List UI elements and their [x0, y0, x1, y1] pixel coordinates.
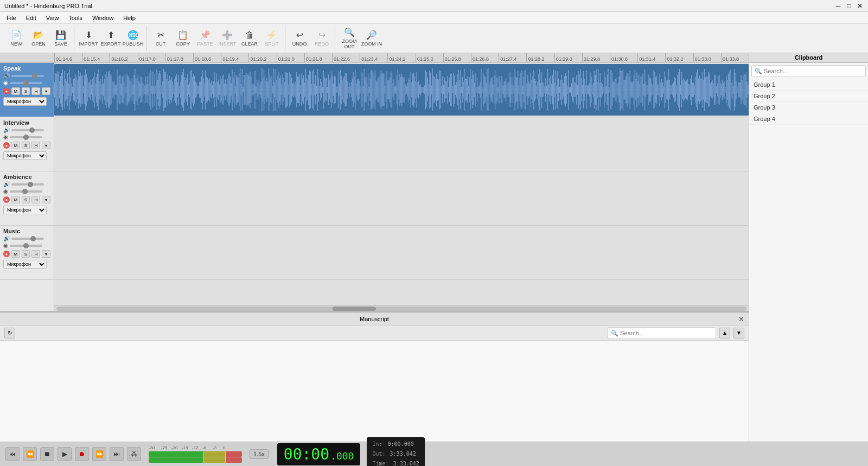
more-btn-music[interactable]: ▾: [42, 250, 50, 258]
headphone-btn-speak[interactable]: H: [31, 87, 40, 95]
mute-btn-interview[interactable]: M: [11, 142, 20, 149]
mute-btn-ambience[interactable]: M: [11, 196, 20, 203]
undo-button[interactable]: ↩ UNDO: [289, 26, 310, 51]
solo-btn-interview[interactable]: S: [22, 142, 30, 149]
mute-btn-speak[interactable]: M: [11, 87, 20, 95]
menu-file[interactable]: File: [2, 14, 21, 22]
play-button[interactable]: ▶: [58, 447, 72, 461]
tracks-left-panel: Speak 🔊 ◉ ● M S H: [0, 63, 54, 311]
waveform-row-interview[interactable]: [54, 117, 749, 171]
pan-slider-speak[interactable]: [10, 82, 42, 84]
export-button[interactable]: ⬆ EXPORT: [100, 26, 122, 51]
pan-slider-ambience[interactable]: [10, 190, 42, 193]
record-btn-ambience[interactable]: ●: [3, 196, 10, 203]
ruler-tick-1: 01:15.4: [82, 53, 110, 62]
more-btn-interview[interactable]: ▾: [42, 142, 50, 149]
volume-slider-interview[interactable]: [11, 129, 44, 131]
rewind-button[interactable]: ⏪: [23, 447, 37, 461]
minimize-button[interactable]: ─: [834, 2, 842, 10]
volume-slider-music[interactable]: [11, 238, 44, 240]
menu-tools[interactable]: Tools: [64, 14, 87, 22]
save-button[interactable]: 💾 SAVE: [50, 26, 72, 51]
menu-edit[interactable]: Edit: [22, 14, 41, 22]
volume-slider-speak[interactable]: [11, 75, 44, 77]
tracks-and-waveforms: Speak 🔊 ◉ ● M S H: [0, 63, 749, 311]
maximize-button[interactable]: □: [845, 2, 853, 10]
record-btn-interview[interactable]: ●: [3, 142, 10, 149]
device-select-ambience[interactable]: Микрофон: [3, 206, 47, 214]
volume-slider-ambience[interactable]: [11, 183, 44, 186]
ruler-tick-3: 01:17.0: [138, 53, 165, 62]
volume-icon-music: 🔊: [3, 235, 10, 241]
track-header-interview: Interview 🔊 ◉ ● M S: [0, 117, 54, 171]
cut-button[interactable]: ✂ CUT: [150, 26, 171, 51]
loop-button[interactable]: ⁂: [127, 447, 141, 461]
device-select-interview[interactable]: Микрофон: [3, 151, 47, 160]
close-button[interactable]: ✕: [856, 2, 864, 10]
mute-btn-music[interactable]: M: [11, 250, 20, 258]
headphone-btn-ambience[interactable]: H: [31, 196, 40, 203]
record-btn-speak[interactable]: ●: [3, 88, 10, 94]
more-btn-ambience[interactable]: ▾: [42, 196, 50, 203]
clipboard-group-2[interactable]: Group 2: [749, 91, 868, 102]
pan-icon-speak: ◉: [3, 80, 8, 86]
open-button[interactable]: 📂 OPEN: [28, 26, 49, 51]
manuscript-search-input[interactable]: [608, 327, 716, 339]
ruler-tick-5: 01:18.6: [193, 53, 221, 62]
clipboard-group-1[interactable]: Group 1: [749, 79, 868, 91]
record-btn-music[interactable]: ●: [3, 251, 10, 257]
split-button[interactable]: ⚡ SPLIT: [261, 26, 283, 51]
pan-slider-music[interactable]: [10, 245, 42, 247]
ruler-tick-17: 01:28.2: [526, 53, 554, 62]
import-button[interactable]: ⬇ IMPORT: [78, 26, 99, 51]
device-select-music[interactable]: Микрофон: [3, 260, 47, 269]
toolbar-group-file: 📄 NEW 📂 OPEN 💾 SAVE: [3, 26, 74, 51]
menu-view[interactable]: View: [42, 14, 63, 22]
horizontal-scrollbar[interactable]: [54, 305, 749, 311]
headphone-btn-interview[interactable]: H: [31, 142, 40, 149]
menu-window[interactable]: Window: [88, 14, 118, 22]
clipboard-group-3[interactable]: Group 3: [749, 102, 868, 113]
manuscript-nav-down-button[interactable]: ▼: [733, 328, 744, 339]
scrollbar-thumb[interactable]: [333, 307, 376, 311]
paste-button[interactable]: 📌 PASTE: [194, 26, 216, 51]
headphone-btn-music[interactable]: H: [31, 250, 40, 258]
ruler-tick-6: 01:19.4: [221, 53, 248, 62]
track-name-interview: Interview: [3, 119, 50, 126]
insert-button[interactable]: ➕ INSERT: [216, 26, 238, 51]
more-btn-speak[interactable]: ▾: [42, 87, 50, 95]
vu-green-1: [149, 451, 203, 457]
record-button[interactable]: ⏺: [75, 447, 89, 461]
copy-button[interactable]: 📋 COPY: [172, 26, 194, 51]
volume-icon-interview: 🔊: [3, 127, 10, 133]
redo-button[interactable]: ↪ REDO: [311, 26, 333, 51]
ruler-tick-7: 01:20.2: [248, 53, 276, 62]
stop-button[interactable]: ⏹: [40, 447, 54, 461]
go-start-button[interactable]: ⏮: [5, 447, 20, 461]
manuscript-nav-up-button[interactable]: ▲: [719, 328, 730, 339]
solo-btn-music[interactable]: S: [22, 250, 30, 258]
new-button[interactable]: 📄 NEW: [5, 26, 27, 51]
solo-btn-speak[interactable]: S: [22, 87, 30, 95]
waveform-row-ambience[interactable]: [54, 171, 749, 226]
clipboard-group-4[interactable]: Group 4: [749, 113, 868, 125]
solo-btn-ambience[interactable]: S: [22, 196, 30, 203]
clear-button[interactable]: 🗑 CLEAR: [239, 26, 260, 51]
zoom-out-button[interactable]: 🔍 ZOOM OUT: [339, 26, 360, 51]
track-buttons-interview: ● M S H ▾: [3, 142, 50, 149]
go-end-button[interactable]: ⏭: [110, 447, 124, 461]
device-select-speak[interactable]: Микрофон: [3, 97, 47, 106]
track-device-row-speak: Микрофон: [3, 96, 50, 106]
manuscript-close-button[interactable]: ✕: [738, 315, 744, 323]
manuscript-refresh-button[interactable]: ↻: [4, 328, 15, 339]
zoom-in-button[interactable]: 🔎 ZOOM IN: [361, 26, 382, 51]
publish-button[interactable]: 🌐 PUBLISH: [122, 26, 144, 51]
forward-button[interactable]: ⏩: [92, 447, 106, 461]
waveform-row-music[interactable]: [54, 226, 749, 280]
waveform-row-speak[interactable]: [54, 63, 749, 117]
menu-help[interactable]: Help: [119, 14, 140, 22]
ruler-labels: 01:14.6 01:15.4 01:16.2 01:17.0 01:17.8 …: [54, 53, 749, 62]
pan-slider-interview[interactable]: [10, 136, 42, 138]
clipboard-search-input[interactable]: [751, 65, 866, 77]
copy-label: COPY: [176, 41, 190, 47]
